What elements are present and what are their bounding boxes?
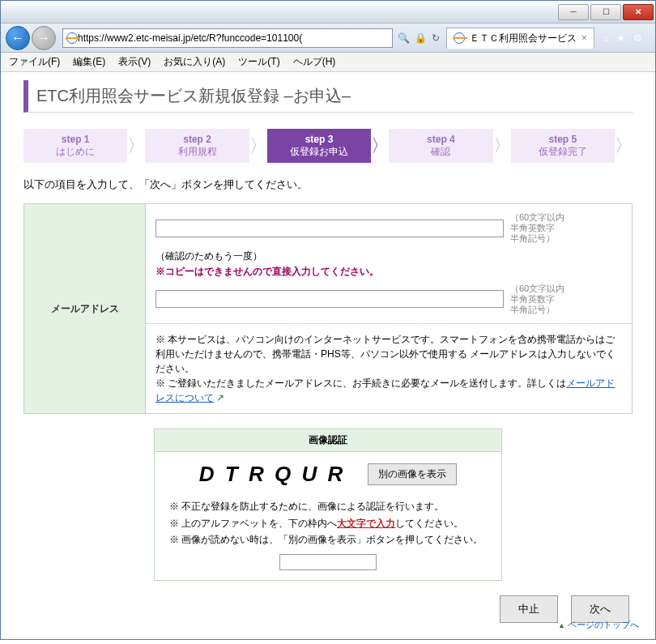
ie-icon	[454, 32, 465, 44]
captcha-note-3: ※ 画像が読めない時は、「別の画像を表示」ボタンを押してください。	[169, 531, 487, 548]
menu-edit[interactable]: 編集(E)	[70, 53, 109, 70]
email-form: メールアドレス （60文字以内 半角英数字 半角記号） （確認のためもう一度） …	[23, 203, 633, 414]
close-tab-icon[interactable]: ×	[581, 32, 587, 44]
captcha-input[interactable]	[279, 554, 377, 570]
chevron-right-icon: 〉	[371, 129, 389, 163]
refresh-icon[interactable]: ↻	[432, 32, 440, 44]
uppercase-warning-link[interactable]: 大文字で入力	[337, 518, 395, 529]
captcha-section: 画像認証 D T R Q U R 別の画像を表示 ※ 不正な登録を防止するために…	[154, 429, 502, 581]
note-1: ※ 本サービスは、パソコン向けのインターネットサービスです。スマートフォンを含め…	[155, 332, 622, 376]
captcha-note-2: ※ 上のアルファベットを、下の枠内へ大文字で入力してください。	[169, 515, 487, 531]
lock-icon: 🔒	[415, 32, 427, 44]
instruction-text: 以下の項目を入力して、「次へ」ボタンを押してください。	[23, 177, 633, 192]
ie-icon	[66, 32, 78, 44]
captcha-heading: 画像認証	[155, 429, 501, 452]
note-2: ※ ご登録いただきましたメールアドレスに、お手続きに必要なメールを送付します。詳…	[155, 376, 622, 405]
maximize-button[interactable]: ☐	[590, 4, 621, 20]
step-label: はじめに	[56, 146, 95, 157]
tab-title: ＥＴＣ利用照会サービス	[470, 32, 577, 45]
refresh-captcha-button[interactable]: 別の画像を表示	[368, 463, 457, 485]
email-notes: ※ 本サービスは、パソコン向けのインターネットサービスです。スマートフォンを含め…	[155, 332, 622, 405]
favorites-icon[interactable]: ★	[616, 32, 625, 44]
step-label: 仮登録完了	[539, 146, 587, 157]
menu-tools[interactable]: ツール(T)	[235, 53, 283, 70]
minimize-button[interactable]: ─	[558, 4, 589, 20]
divider	[146, 323, 632, 324]
menu-help[interactable]: ヘルプ(H)	[290, 53, 339, 70]
cancel-button[interactable]: 中止	[500, 595, 558, 623]
step-label: 利用規程	[178, 146, 217, 157]
settings-icon[interactable]: ⚙	[633, 32, 642, 44]
captcha-note-1: ※ 不正な登録を防止するために、画像による認証を行います。	[169, 498, 487, 514]
step-label: 仮登録お申込	[290, 146, 348, 157]
step-num: step 1	[23, 134, 127, 146]
address-bar: ← → https://www2.etc-meisai.jp/etc/R?fun…	[1, 23, 655, 53]
address-icons: 🔍 🔒 ↻	[398, 32, 440, 44]
chevron-right-icon: 〉	[493, 129, 511, 163]
step-4: step 4 確認	[389, 129, 492, 163]
page-title: ETC利用照会サービス新規仮登録 –お申込–	[23, 80, 633, 113]
step-indicator: step 1 はじめに 〉 step 2 利用規程 〉 step 3 仮登録お申…	[23, 129, 633, 163]
browser-tab[interactable]: ＥＴＣ利用照会サービス ×	[446, 28, 594, 49]
home-icon[interactable]: ⌂	[603, 32, 608, 44]
external-link-icon: ↗	[216, 392, 224, 403]
chevron-right-icon: 〉	[615, 129, 633, 163]
copy-warning: ※コピーはできませんので直接入力してください。	[155, 265, 622, 279]
email-confirm-hint: （60文字以内 半角英数字 半角記号）	[510, 284, 564, 316]
email-confirm-input[interactable]	[155, 290, 504, 308]
captcha-image-text: D T R Q U R	[199, 462, 345, 487]
forward-button[interactable]: →	[32, 26, 56, 50]
step-label: 確認	[431, 146, 450, 157]
email-row-label: メールアドレス	[24, 204, 146, 414]
step-num: step 4	[389, 134, 492, 146]
page-content[interactable]: ETC利用照会サービス新規仮登録 –お申込– step 1 はじめに 〉 ste…	[1, 72, 655, 639]
browser-window: ─ ☐ ✕ ← → https://www2.etc-meisai.jp/etc…	[0, 0, 656, 640]
step-3: step 3 仮登録お申込	[267, 129, 371, 163]
url-text: https://www2.etc-meisai.jp/etc/R?funccod…	[78, 32, 302, 44]
step-1: step 1 はじめに	[23, 129, 127, 163]
captcha-notes: ※ 不正な登録を防止するために、画像による認証を行います。 ※ 上のアルファベッ…	[169, 498, 487, 548]
email-confirm-label: （確認のためもう一度）	[155, 249, 622, 263]
command-icons: ⌂ ★ ⚙	[594, 32, 650, 44]
chevron-right-icon: 〉	[249, 129, 267, 163]
step-2: step 2 利用規程	[145, 129, 249, 163]
step-num: step 3	[267, 134, 371, 146]
step-num: step 5	[511, 134, 615, 146]
email-input[interactable]	[155, 220, 504, 237]
close-window-button[interactable]: ✕	[623, 4, 654, 20]
title-bar: ─ ☐ ✕	[1, 1, 655, 23]
step-num: step 2	[145, 134, 249, 146]
tab-strip: ＥＴＣ利用照会サービス ×	[446, 28, 594, 49]
chevron-right-icon: 〉	[127, 129, 145, 163]
menu-view[interactable]: 表示(V)	[115, 53, 154, 70]
email-hint: （60文字以内 半角英数字 半角記号）	[510, 212, 564, 245]
page-top-link[interactable]: ページのトップへ	[558, 619, 639, 631]
url-field[interactable]: https://www2.etc-meisai.jp/etc/R?funccod…	[62, 28, 393, 48]
menu-file[interactable]: ファイル(F)	[6, 53, 63, 70]
back-button[interactable]: ←	[6, 26, 30, 50]
step-5: step 5 仮登録完了	[511, 129, 615, 163]
menu-bar: ファイル(F) 編集(E) 表示(V) お気に入り(A) ツール(T) ヘルプ(…	[1, 53, 655, 72]
menu-favorites[interactable]: お気に入り(A)	[160, 53, 228, 70]
search-icon[interactable]: 🔍	[398, 32, 410, 44]
action-buttons: 中止 次へ	[23, 595, 629, 623]
